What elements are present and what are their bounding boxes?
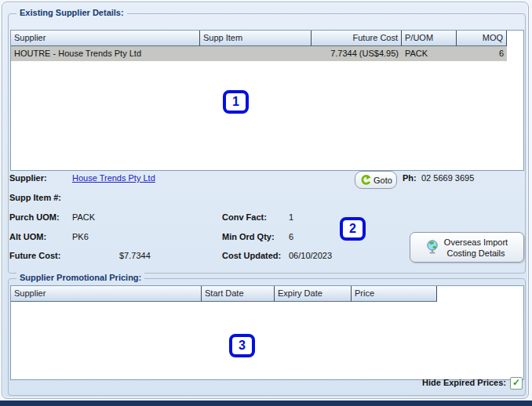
purch-uom-label: Purch UOM:: [9, 212, 60, 222]
supplier-link[interactable]: House Trends Pty Ltd: [72, 173, 155, 183]
cost-updated-value: 06/10/2023: [289, 251, 332, 260]
phone-number: 02 5669 3695: [421, 173, 474, 183]
existing-supplier-details-title: Existing Supplier Details:: [16, 8, 127, 17]
supp-item-number-label: Supp Item #:: [9, 193, 61, 202]
column-header-puom[interactable]: P/UOM: [402, 31, 457, 46]
future-cost-value: $7.7344: [119, 251, 151, 260]
cost-updated-label: Cost Updated:: [222, 251, 281, 260]
supplier-table-row[interactable]: HOUTRE - House Trends Pty Ltd 7.7344 (US…: [11, 46, 523, 61]
promotional-pricing-title: Supplier Promotional Pricing:: [16, 273, 144, 282]
callout-badge-2: 2: [340, 217, 366, 241]
checkmark-icon: ✓: [512, 377, 520, 388]
min-ord-qty-value: 6: [289, 232, 293, 241]
column-header-expiry-date[interactable]: Expiry Date: [275, 286, 352, 302]
callout-badge-1: 1: [223, 90, 249, 114]
goto-arrow-icon: [359, 175, 371, 185]
cell-puom: PACK: [402, 46, 457, 61]
cell-future-cost: 7.7344 (US$4.95): [312, 46, 402, 61]
main-panel: Existing Supplier Details: Supplier Supp…: [2, 2, 529, 399]
hide-expired-checkbox[interactable]: ✓: [510, 377, 523, 390]
column-header-supp-item[interactable]: Supp Item: [200, 31, 312, 46]
promo-table-header-row: Supplier Start Date Expiry Date Price: [11, 286, 523, 302]
min-ord-qty-label: Min Ord Qty:: [222, 232, 275, 241]
existing-supplier-table: Supplier Supp Item Future Cost P/UOM MOQ…: [10, 30, 524, 171]
callout-badge-3: 3: [229, 334, 255, 357]
bottom-window-edge: [0, 401, 532, 406]
globe-icon: [426, 240, 439, 255]
existing-table-header-row: Supplier Supp Item Future Cost P/UOM MOQ: [11, 31, 523, 46]
column-header-promo-supplier[interactable]: Supplier: [11, 286, 202, 302]
overseas-import-button[interactable]: Overseas Import Costing Details: [410, 232, 524, 263]
column-header-future-cost[interactable]: Future Cost: [312, 31, 402, 46]
overseas-import-button-label: Overseas Import Costing Details: [444, 237, 508, 259]
cell-supplier: HOUTRE - House Trends Pty Ltd: [11, 46, 200, 61]
column-header-price[interactable]: Price: [352, 286, 437, 302]
purch-uom-value: PACK: [72, 212, 95, 222]
future-cost-label: Future Cost:: [9, 251, 60, 260]
conv-fact-label: Conv Fact:: [222, 212, 267, 222]
goto-button-label: Goto: [373, 176, 392, 185]
column-header-supplier[interactable]: Supplier: [11, 31, 200, 46]
goto-button[interactable]: Goto: [355, 171, 397, 189]
phone-label: Ph:: [403, 173, 417, 183]
column-header-moq[interactable]: MOQ: [457, 31, 507, 46]
alt-uom-label: Alt UOM:: [9, 232, 46, 241]
promotional-pricing-table: Supplier Start Date Expiry Date Price: [10, 285, 524, 380]
supplier-label: Supplier:: [9, 173, 47, 183]
column-header-start-date[interactable]: Start Date: [202, 286, 275, 302]
supplier-details-screen: Existing Supplier Details: Supplier Supp…: [0, 0, 532, 406]
conv-fact-value: 1: [289, 212, 293, 222]
cell-supp-item: [200, 46, 312, 61]
cell-moq: 6: [457, 46, 507, 61]
alt-uom-value: PK6: [72, 232, 89, 241]
hide-expired-prices-label: Hide Expired Prices:: [422, 378, 506, 387]
